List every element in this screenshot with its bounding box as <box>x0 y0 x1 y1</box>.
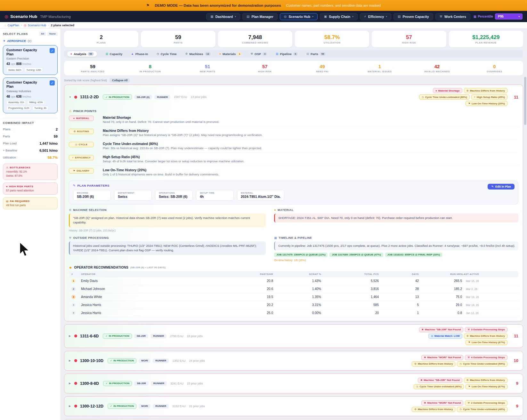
select-none-button[interactable]: None <box>47 32 58 36</box>
risk-badges: ✖Machine "SB-20R" Not Found⚙Machine Diff… <box>396 378 507 389</box>
operator-scrap: 1.43% <box>273 279 321 283</box>
operator-rank: 5 <box>71 311 76 315</box>
tools-icon: ⚒ <box>467 401 470 404</box>
tab-osp[interactable]: ⚒OSP4 <box>250 52 267 56</box>
plan-checkbox[interactable]: ✓ <box>50 80 55 85</box>
tab-label: Phase-In <box>135 52 148 56</box>
part-card-collapsed[interactable]: ▶1300-10-10D✓IN PRODUCTIONMORIRUNNER1302… <box>64 351 523 371</box>
risk-badge: ◷Cycle Time Under-estimated (59%) <box>457 361 507 367</box>
tab-cycle-time[interactable]: ◷Cycle Time <box>157 52 176 56</box>
operator-row: 4Jessica Harris20.23.31%585529.0Mar 19, … <box>69 301 518 309</box>
tab-phase-in[interactable]: ▲Phase-In <box>131 52 148 56</box>
chart-icon: ▧ <box>398 15 401 18</box>
pinch-description: Need 70, only 0 on hand. Deficit: 70. Ca… <box>103 120 518 124</box>
operator-run-hrs: 185.2 <box>419 287 462 291</box>
box-icon: ▣ <box>324 15 327 18</box>
pinch-tag: ●MATERIAL <box>69 116 94 121</box>
nav-item-scenario-hub[interactable]: ◎Scenario Hub▾ <box>280 13 318 20</box>
operator-row: 2Michael Johnson20.61.40%3,81628185.2Mar… <box>69 285 518 293</box>
header-pill: SB-20R <box>134 334 148 338</box>
gear-icon: ⚙ <box>185 52 188 55</box>
plan-card-2[interactable]: Customer Capacity PlanGateway Industries… <box>3 77 58 113</box>
part-card-collapsed[interactable]: ▶1300-12-12D✓IN PRODUCTIONMORIRUNNER2152… <box>64 396 523 416</box>
plan-tag: Swiss: 682h <box>6 68 23 72</box>
clock-icon: ◷ <box>75 143 77 146</box>
check-icon: ✓ <box>105 335 107 337</box>
collapse-caret-icon[interactable]: ▼ <box>69 96 72 99</box>
risk-badge-label: 3 Outside Processing Steps <box>471 328 505 331</box>
stat-value: 7,948 <box>248 34 262 41</box>
operator-rank: 4 <box>71 303 76 307</box>
edit-in-plan-button[interactable]: ✎ Edit in Plan <box>488 184 515 190</box>
job-chip: JOB 1318102: 855PCS @ FINAL INSP (33%) <box>385 253 442 257</box>
doc-icon: ▤ <box>306 52 309 55</box>
pinch-body: Machine Differs from HistoryPlan assigns… <box>103 129 518 137</box>
stat-value: 58.7% <box>324 34 340 41</box>
risk-badge: ⚙Machine Differs from History <box>412 407 455 412</box>
risk-score: 10 <box>510 358 518 363</box>
warning-icon: ⚠ <box>6 166 9 169</box>
prior-jobs-text: 18 prior jobs <box>187 335 203 338</box>
plan-card-1[interactable]: Customer Capacity PlanEastern Precision4… <box>3 45 58 75</box>
select-all-button[interactable]: All <box>39 32 46 36</box>
collapse-all-button[interactable]: Collapse All <box>109 78 130 83</box>
expand-caret-icon[interactable]: ▶ <box>69 382 72 385</box>
risk-badge: ⚙Machine Differs from History <box>412 361 455 367</box>
nav-item-supply-chain[interactable]: ▣Supply Chain▾ <box>320 13 358 20</box>
header-pill: RUNNER <box>153 359 169 363</box>
expand-caret-icon[interactable]: ▶ <box>69 405 72 408</box>
risk-badge-label: Low On-Time History (67%) <box>472 385 505 388</box>
breadcrumb-link-hub[interactable]: ◎Scenario Hub <box>24 23 46 27</box>
tab-materials[interactable]: ●Materials1 <box>219 52 242 56</box>
plan-group-aerospace[interactable]: ✈ AEROSPACE (2) <box>3 39 58 43</box>
part-card-expanded[interactable]: ▼ 1311-2-2D ✓ IN PRODUCTION SB-20R (6) R… <box>64 85 523 321</box>
nav-item-plan-manager[interactable]: ▤Plan Manager <box>242 13 278 20</box>
breadcrumb-link-home[interactable]: ⌂CapPlan <box>4 23 19 27</box>
risk-badge: ⚒2 Outside Processing Steps <box>465 400 507 406</box>
status-badge: ✓IN PRODUCTION <box>103 381 132 386</box>
main-content: 2PLANS59PARTS7,948COMBINED HRS/MO58.7%UT… <box>61 28 527 420</box>
demo-banner: ⚑ DEMO MODE — Data has been anonymized f… <box>0 0 527 11</box>
impact-row: + Baseline6,501 h/mo <box>3 147 58 154</box>
analysis-stat-value: 1 <box>378 64 381 69</box>
expand-caret-icon[interactable]: ▶ <box>69 335 72 337</box>
tab-analysis[interactable]: ●Analysis59 <box>67 51 97 57</box>
plan-checkbox[interactable]: ✓ <box>50 48 55 53</box>
pencil-icon: ✎ <box>73 184 76 187</box>
analysis-stat-invalid-machines: 42INVALID MACHINES <box>409 64 466 73</box>
dashboard-icon: ▦ <box>210 15 213 18</box>
calendar-icon: ▦ <box>274 236 277 239</box>
nav-item-proven-capacity[interactable]: ▧Proven Capacity <box>393 13 433 20</box>
tab-parts[interactable]: ▤Parts59 <box>306 52 326 56</box>
risk-dot <box>74 405 77 408</box>
scrollbar[interactable] <box>524 77 526 416</box>
eau-text: 1302 EAU <box>172 359 185 362</box>
part-card-collapsed[interactable]: ▶1300-8-8D✓IN PRODUCTIONSB-20RRUNNER3241… <box>64 374 523 393</box>
nav-item-label: Efficiency <box>368 15 384 19</box>
nav-item-efficiency[interactable]: ⚡Efficiency▾ <box>360 13 391 20</box>
part-card-collapsed[interactable]: ▶1311-6-6D✓IN PRODUCTIONSB-20RRUNNER2799… <box>64 324 523 348</box>
percentile-select[interactable]: P95 ▾ <box>495 13 523 20</box>
tab-machines[interactable]: ⚙Machines13 <box>185 52 211 56</box>
operator-col-header: PARTS/HR <box>238 273 273 276</box>
expand-caret-icon[interactable]: ▶ <box>69 359 72 362</box>
risk-badge-label: Machine "SB-20R" Not Found <box>424 379 459 382</box>
part-header-right: ✖Machine "SB-20R" Not Found⚒3 Outside Pr… <box>396 327 518 345</box>
nav-item-dashboard[interactable]: ▦Dashboard▾ <box>206 13 240 20</box>
status-badge: ✓ IN PRODUCTION <box>103 94 132 100</box>
dot-icon: ● <box>6 185 8 188</box>
pinch-description: Plan assigns "SB-20R (6)" but historical… <box>103 133 518 137</box>
tab-capacity[interactable]: ▥Capacity <box>106 52 123 56</box>
impact-row: Plan Load1,447 h/mo <box>3 140 58 147</box>
risk-badge: ⚒4 Outside Processing Steps <box>465 355 507 360</box>
gear-icon: ⚙ <box>466 89 469 92</box>
combined-impact: COMBINED IMPACT Plans2Parts59Plan Load1,… <box>3 118 58 161</box>
nav-item-work-centers[interactable]: ⚒Work Centers <box>435 13 470 20</box>
tab-count-badge: 13 <box>205 52 211 56</box>
home-icon: ⌂ <box>4 24 6 27</box>
risk-badge-label: Machine "MORI" Not Found <box>427 401 461 404</box>
operator-col-header: LAST ACTIVE <box>462 273 516 276</box>
tab-pipeline[interactable]: ▥Pipeline0 <box>276 52 298 56</box>
analysis-stat-label: PARTS ANALYZED <box>81 70 105 73</box>
pinch-point: ●MATERIALMaterial ShortageNeed 70, only … <box>69 113 518 125</box>
